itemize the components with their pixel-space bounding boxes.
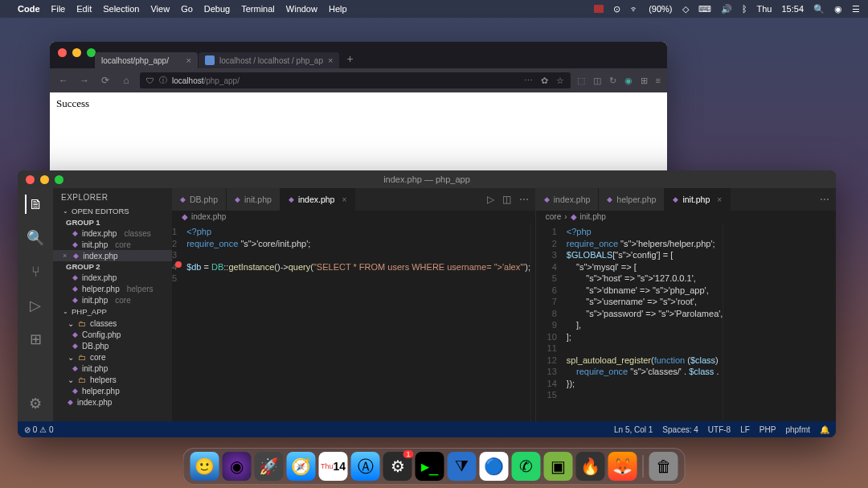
status-problems[interactable]: ⊘ 0 ⚠ 0 — [24, 425, 53, 434]
sysprefs-icon[interactable]: ⚙1 — [383, 452, 412, 481]
status-spaces[interactable]: Spaces: 4 — [662, 425, 698, 434]
record-icon[interactable] — [594, 5, 604, 13]
open-editors-section[interactable]: ⌄OPEN EDITORS — [53, 205, 172, 217]
open-editor-item[interactable]: ◆init.phpcore — [53, 239, 172, 250]
status-position[interactable]: Ln 5, Col 1 — [614, 425, 653, 434]
close-icon[interactable]: × — [342, 195, 346, 204]
menu-window[interactable]: Window — [286, 4, 317, 14]
editor-right[interactable]: 123456789101112131415 <?php require_once… — [536, 223, 836, 421]
siri-icon[interactable]: ◉ — [834, 4, 842, 14]
tab-db[interactable]: ◆DB.php — [172, 188, 227, 211]
chrome-icon[interactable]: 🔵 — [480, 452, 509, 481]
star-icon[interactable]: ☆ — [556, 76, 564, 86]
keyboard-icon[interactable]: ⌨ — [698, 4, 711, 14]
volume-icon[interactable]: 🔊 — [721, 4, 732, 14]
vscode-traffic-lights[interactable] — [18, 175, 72, 184]
reload-button[interactable]: ⟳ — [98, 75, 113, 86]
open-editor-item[interactable]: ◆index.php — [53, 272, 172, 283]
ext2-icon[interactable]: ⊞ — [641, 76, 648, 86]
app-icon[interactable]: 🔥 — [576, 452, 605, 481]
status-eol[interactable]: LF — [740, 425, 750, 434]
sync-icon[interactable]: ↻ — [609, 76, 616, 86]
open-editor-item[interactable]: ◆init.phpcore — [53, 294, 172, 306]
menu-file[interactable]: File — [51, 4, 66, 14]
close-icon[interactable]: × — [717, 195, 722, 204]
tab-active[interactable]: localhost/php_app/× — [95, 52, 198, 68]
launchpad-icon[interactable]: 🚀 — [255, 452, 284, 481]
whatsapp-icon[interactable]: ✆ — [512, 452, 541, 481]
tab-helper[interactable]: ◆helper.php — [599, 188, 665, 211]
file-init[interactable]: ◆init.php — [53, 363, 172, 374]
terminal-icon[interactable]: ▸_ — [416, 452, 444, 481]
menu-icon[interactable]: ≡ — [656, 76, 661, 86]
tab-index[interactable]: ◆index.php× — [280, 188, 355, 211]
menu-view[interactable]: View — [150, 4, 170, 14]
debug-icon[interactable]: ▷ — [26, 296, 45, 315]
breadcrumb[interactable]: core › ◆init.php — [536, 211, 836, 223]
tab-phpmyadmin[interactable]: μlocalhost / localhost / php_ap× — [199, 52, 339, 68]
time-text[interactable]: 15:54 — [781, 4, 804, 14]
bluetooth-icon[interactable]: ᛒ — [742, 4, 747, 14]
file-db[interactable]: ◆DB.php — [53, 340, 172, 351]
search-icon[interactable]: 🔍 — [26, 228, 45, 248]
project-section[interactable]: ⌄PHP_APP — [53, 306, 172, 318]
more-icon[interactable]: ⋯ — [820, 194, 829, 205]
pocket-icon[interactable]: ◫ — [593, 76, 601, 86]
settings-icon[interactable]: ⚙ — [26, 394, 45, 413]
wifi-icon[interactable]: ᯤ — [630, 4, 639, 14]
tab-init[interactable]: ◆init.php — [227, 188, 280, 211]
menu-selection[interactable]: Selection — [103, 4, 139, 14]
more-icon[interactable]: ⋯ — [519, 194, 529, 205]
open-editor-item[interactable]: ◆index.phpclasses — [53, 228, 172, 239]
explorer-icon[interactable]: 🗎 — [25, 195, 44, 214]
folder-helpers[interactable]: ⌄🗀helpers — [53, 374, 172, 385]
run-icon[interactable]: ▷ — [487, 194, 494, 205]
app-name[interactable]: Code — [18, 4, 40, 14]
reader-icon[interactable]: ✿ — [541, 76, 548, 86]
calendar-icon[interactable]: Thu14 — [319, 452, 348, 481]
url-bar[interactable]: 🛡 ⓘ localhost/php_app/ ⋯✿☆ — [140, 72, 571, 88]
file-helper[interactable]: ◆helper.php — [53, 385, 172, 396]
menu-terminal[interactable]: Terminal — [241, 4, 275, 14]
split-icon[interactable]: ◫ — [502, 194, 511, 205]
spotlight-icon[interactable]: 🔍 — [813, 4, 825, 14]
file-index[interactable]: ◆index.php — [53, 396, 172, 408]
home-button[interactable]: ⌂ — [119, 75, 133, 86]
shield-icon[interactable]: 🛡 — [146, 76, 154, 85]
breadcrumb[interactable]: ◆index.php — [172, 211, 535, 223]
menu-help[interactable]: Help — [329, 4, 347, 14]
finder-icon[interactable]: 🙂 — [190, 452, 219, 481]
new-tab-button[interactable]: + — [340, 49, 359, 68]
open-editor-item[interactable]: ◆helper.phphelpers — [53, 283, 172, 294]
minimap[interactable] — [723, 223, 755, 421]
status-lang[interactable]: PHP — [760, 425, 776, 434]
open-editor-item[interactable]: ×◆index.php — [53, 250, 172, 261]
close-icon[interactable]: × — [186, 55, 191, 65]
siri-icon[interactable]: ◉ — [223, 452, 252, 481]
back-button[interactable]: ← — [56, 75, 71, 86]
tab-index2[interactable]: ◆index.php — [536, 188, 600, 211]
firefox-icon[interactable]: 🦊 — [608, 452, 637, 481]
ext-icon[interactable]: ◉ — [624, 76, 633, 86]
trash-icon[interactable]: 🗑 — [649, 452, 678, 481]
camtasia-icon[interactable]: ▣ — [544, 452, 573, 481]
editor-left[interactable]: 12345 <?php require_once "s">'core/init.… — [172, 223, 535, 421]
minimap[interactable] — [530, 223, 535, 421]
status-encoding[interactable]: UTF-8 — [708, 425, 731, 434]
menu-go[interactable]: Go — [181, 4, 193, 14]
status-bell[interactable]: 🔔 — [820, 425, 829, 434]
file-config[interactable]: ◆Config.php — [53, 329, 172, 340]
tab-init2[interactable]: ◆init.php× — [665, 188, 731, 211]
folder-classes[interactable]: ⌄🗀classes — [53, 318, 172, 329]
appstore-icon[interactable]: Ⓐ — [351, 452, 380, 481]
menu-edit[interactable]: Edit — [76, 4, 92, 14]
more-icon[interactable]: ⋯ — [524, 76, 533, 86]
sync-icon[interactable]: ⊙ — [613, 4, 620, 14]
vscode-icon[interactable]: ⧩ — [448, 452, 477, 481]
menu-debug[interactable]: Debug — [204, 4, 230, 14]
info-icon[interactable]: ⓘ — [159, 75, 167, 86]
downloads-icon[interactable]: ⬚ — [577, 76, 585, 86]
dropbox-icon[interactable]: ◇ — [682, 4, 689, 14]
notification-icon[interactable]: ☰ — [852, 4, 860, 14]
folder-core[interactable]: ⌄🗀core — [53, 351, 172, 363]
